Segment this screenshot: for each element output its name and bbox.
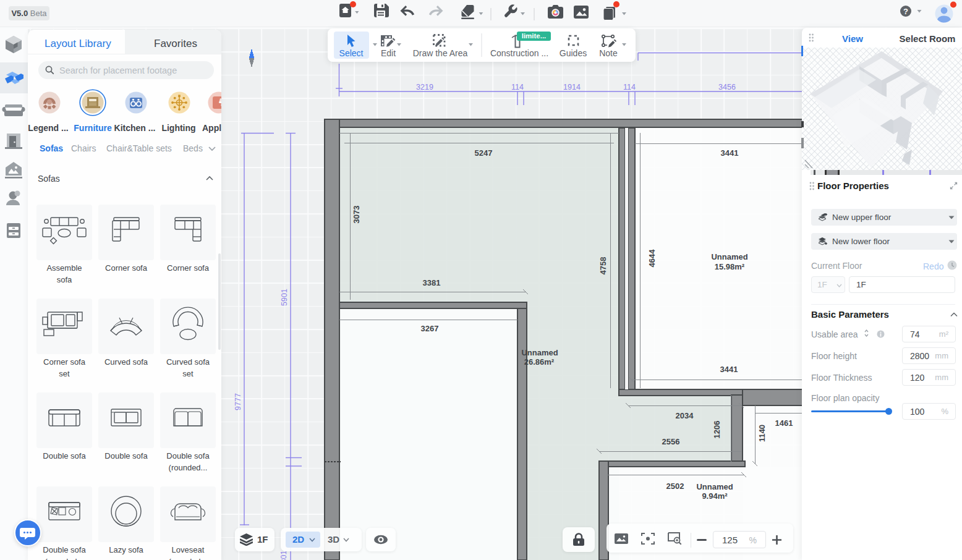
svg-text:26.86m²: 26.86m² — [524, 357, 555, 367]
svg-text:5247: 5247 — [475, 148, 493, 158]
svg-text:3267: 3267 — [421, 324, 439, 333]
svg-text:114: 114 — [511, 83, 524, 91]
svg-text:3219: 3219 — [416, 83, 433, 91]
svg-text:?: ? — [903, 7, 908, 16]
svg-text:Unnamed: Unnamed — [521, 348, 558, 357]
svg-text:1140: 1140 — [757, 425, 767, 442]
svg-text:3456: 3456 — [718, 83, 736, 91]
svg-text:2034: 2034 — [676, 411, 694, 420]
svg-text:2502: 2502 — [666, 482, 684, 491]
svg-text:3441: 3441 — [721, 148, 739, 158]
svg-text:Unnamed: Unnamed — [696, 482, 733, 491]
svg-text:4758: 4758 — [598, 257, 608, 275]
svg-text:1914: 1914 — [563, 83, 581, 91]
svg-text:3441: 3441 — [720, 365, 738, 374]
svg-text:Unnamed: Unnamed — [711, 252, 747, 261]
svg-text:9.94m²: 9.94m² — [702, 491, 728, 501]
svg-text:5901: 5901 — [280, 289, 289, 306]
svg-text:1206: 1206 — [712, 421, 721, 439]
svg-text:3073: 3073 — [352, 206, 361, 224]
svg-text:15.98m²: 15.98m² — [715, 262, 745, 271]
svg-text:3381: 3381 — [423, 278, 441, 287]
svg-text:2556: 2556 — [662, 437, 680, 446]
svg-text:1461: 1461 — [775, 418, 793, 428]
svg-text:114: 114 — [623, 83, 636, 91]
svg-text:301: 301 — [279, 551, 288, 560]
svg-text:9777: 9777 — [234, 393, 242, 410]
svg-text:4644: 4644 — [647, 249, 657, 268]
